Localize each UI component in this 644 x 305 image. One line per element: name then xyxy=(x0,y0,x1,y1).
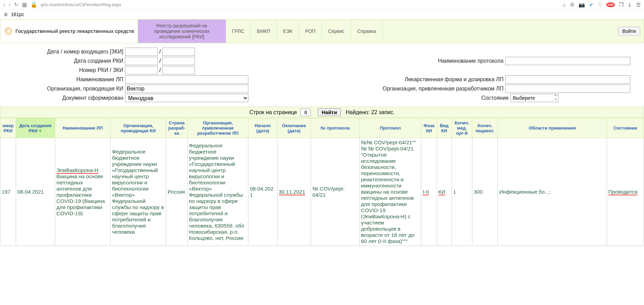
sort-down-icon: ▼ xyxy=(38,129,42,133)
label-org-ki: Организация, проводящая КИ xyxy=(0,86,125,92)
cell-state: Проводится xyxy=(607,138,644,246)
cell-lp-name: ЭпиВакКорона-Н Вакцина на основе пептидн… xyxy=(55,138,110,246)
cell-num: 197 xyxy=(0,138,16,246)
cell-date: 08.04.2021 xyxy=(16,138,55,246)
input-date-zki-2[interactable] xyxy=(162,48,195,56)
col-protocol-num[interactable]: № протокола xyxy=(311,118,360,138)
nav-grls[interactable]: ГРЛС xyxy=(226,20,251,43)
input-org-dev[interactable] xyxy=(505,85,630,93)
forward-icon[interactable]: › xyxy=(9,2,10,8)
input-num-rki-2[interactable] xyxy=(162,66,195,74)
nav-service[interactable]: Сервис xyxy=(322,20,351,43)
cube-icon[interactable]: ❒ xyxy=(619,2,623,8)
input-lp-name[interactable] xyxy=(125,75,248,84)
filter-form: Дата / номер входящего [ЗКИ] / Дата созд… xyxy=(0,43,644,107)
pager-bar: Строк на странице Найти Найдено: 22 запи… xyxy=(0,107,644,118)
camera-icon[interactable]: 📷 xyxy=(579,2,585,8)
results-table: омер РКИ Дата создания РКИ▼ Наименование… xyxy=(0,118,644,246)
apps-icon[interactable]: ▦ xyxy=(22,1,27,8)
svg-point-1 xyxy=(7,29,10,33)
label-lp-name: Наименование ЛП xyxy=(0,76,125,83)
col-start[interactable]: Начало (дата) xyxy=(248,118,277,138)
cell-type: КИ xyxy=(437,138,451,246)
col-date[interactable]: Дата создания РКИ▼ xyxy=(16,118,55,138)
rows-label: Строк на странице xyxy=(249,109,297,115)
find-button[interactable]: Найти xyxy=(318,108,341,116)
label-form-dose: Лекарственная форма и дозировка ЛП xyxy=(248,76,505,83)
logo-cell[interactable]: Государственный реестр лекарственных сре… xyxy=(0,20,138,43)
label-num-rki: Номер РКИ / ЗКИ xyxy=(0,67,125,73)
menu-icon[interactable]: ☰ xyxy=(636,2,641,8)
col-patients[interactable]: Колич. пациент. xyxy=(472,118,497,138)
check-icon[interactable]: ✔ xyxy=(589,2,594,8)
cell-protocol: №№ COV/pept-04/21"" № № COV/pept-04/21 "… xyxy=(359,138,421,246)
label-protocol-name: Наименование протокола xyxy=(195,58,505,64)
page-icon: 🗎 xyxy=(3,12,8,17)
cell-patients: 300 xyxy=(472,138,497,246)
cell-start: 08.04.2021 xyxy=(248,138,277,246)
input-protocol-name[interactable] xyxy=(505,57,630,65)
label-state: Состояние xyxy=(248,95,510,101)
col-areas[interactable]: Области применения xyxy=(498,118,607,138)
col-num[interactable]: омер РКИ xyxy=(0,118,16,138)
input-form-dose[interactable] xyxy=(505,75,630,84)
label-date-rki: Дата создания РКИ xyxy=(0,58,125,64)
cell-areas: Инфекционные бо...; xyxy=(498,138,607,246)
lock-icon: 🔒 xyxy=(30,1,37,8)
input-num-rki-1[interactable] xyxy=(125,66,158,74)
heart-icon[interactable]: ♡ xyxy=(598,2,602,8)
label-doc-formed: Документ сформирован xyxy=(0,95,125,101)
label-org-dev: Организация, привлеченная разработчиком … xyxy=(248,86,505,92)
col-org-dev[interactable]: Организация, привлеченная разработчиком … xyxy=(187,118,248,138)
logo-icon xyxy=(4,26,13,36)
edit-icon[interactable]: ✇ xyxy=(570,2,574,8)
cell-protocol-num: № COV/pept-04/21 xyxy=(311,138,360,246)
cell-org-dev: Федеральное бюджетное учреждение науки «… xyxy=(187,138,248,246)
cell-med-orgs: 1 xyxy=(451,138,472,246)
nav-rki[interactable]: Реестр разрешений на проведение клиничес… xyxy=(138,20,226,43)
col-country[interactable]: Страна разраб-ка xyxy=(166,118,187,138)
found-text: Найдено: 22 запис. xyxy=(346,109,395,115)
col-end[interactable]: Окончание (дата) xyxy=(277,118,311,138)
logo-text: Государственный реестр лекарственных сре… xyxy=(15,28,134,34)
col-med-orgs[interactable]: Колич. мед. орг-й xyxy=(451,118,472,138)
tab-bar: 🗎 161pc xyxy=(0,10,644,19)
cell-end: 30.11.2021 xyxy=(277,138,311,246)
abp-icon[interactable]: ABP xyxy=(606,2,615,7)
cell-country: Россия xyxy=(166,138,187,246)
search-compass-icon[interactable]: ⌕ xyxy=(563,2,566,8)
select-state[interactable]: Выберите xyxy=(510,94,558,102)
col-protocol[interactable]: Протокол xyxy=(359,118,421,138)
col-lp-name[interactable]: Наименование ЛП xyxy=(55,118,110,138)
col-type[interactable]: Вид КИ xyxy=(437,118,451,138)
login-button[interactable]: Войти xyxy=(618,27,640,36)
label-date-zki: Дата / номер входящего [ЗКИ] xyxy=(0,49,125,55)
url-text[interactable]: grls.rosminzdrav.ru/CiPermitionReg.aspx xyxy=(41,2,121,7)
table-row[interactable]: 197 08.04.2021 ЭпиВакКорона-Н Вакцина на… xyxy=(0,138,644,246)
rows-input[interactable] xyxy=(300,109,311,116)
select-doc-formed[interactable]: Минздрав xyxy=(125,94,248,102)
back-icon[interactable]: ‹ xyxy=(3,2,5,8)
input-org-ki[interactable] xyxy=(125,85,248,93)
nav-rop[interactable]: РОП xyxy=(299,20,322,43)
col-phase[interactable]: Фаза КИ xyxy=(421,118,437,138)
nav-help[interactable]: Справка xyxy=(351,20,383,43)
nav-eek[interactable]: ЕЭК xyxy=(277,20,299,43)
col-org-ki[interactable]: Организация, проводящая КИ xyxy=(110,118,166,138)
browser-toolbar: ‹ › ↻ ▦ 🔒 grls.rosminzdrav.ru/CiPermitio… xyxy=(0,0,644,10)
input-date-zki-1[interactable] xyxy=(125,48,158,56)
reload-icon[interactable]: ↻ xyxy=(14,1,18,8)
input-date-rki-1[interactable] xyxy=(125,57,158,65)
cell-org-ki: Федеральное бюджетное учреждение науки «… xyxy=(110,138,166,246)
nav-bmkp[interactable]: БМКП xyxy=(251,20,277,43)
tab-title[interactable]: 161pc xyxy=(11,12,24,17)
col-state[interactable]: Состояние xyxy=(607,118,644,138)
input-date-rki-2[interactable] xyxy=(162,57,195,65)
table-header-row: омер РКИ Дата создания РКИ▼ Наименование… xyxy=(0,118,644,138)
download-icon[interactable]: ⤓ xyxy=(628,2,632,8)
cell-phase: I-II xyxy=(421,138,437,246)
main-nav: Государственный реестр лекарственных сре… xyxy=(0,19,644,43)
